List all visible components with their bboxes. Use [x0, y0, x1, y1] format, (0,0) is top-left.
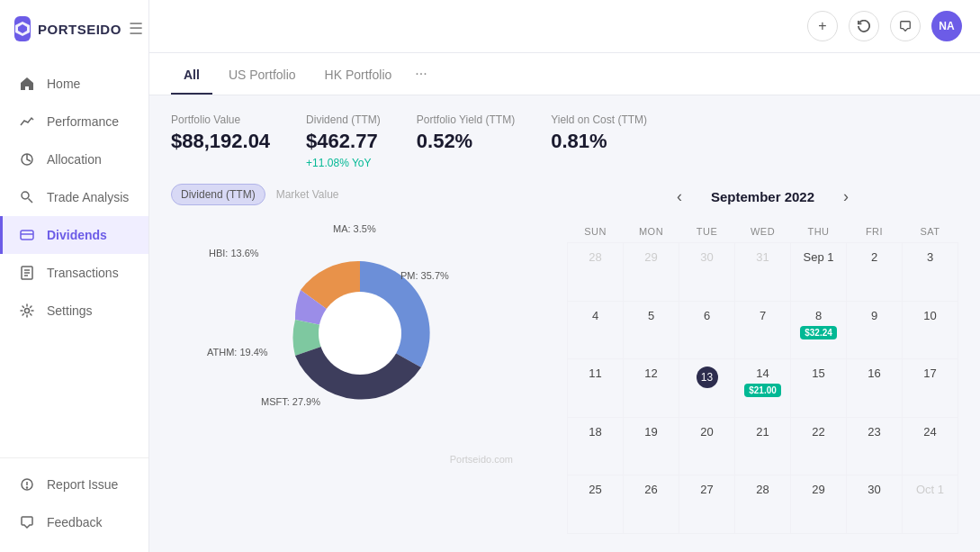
calendar-cell[interactable]: 16	[847, 359, 903, 418]
refresh-button[interactable]	[849, 11, 879, 41]
hamburger-icon[interactable]: ☰	[129, 19, 143, 39]
calendar-weekday-row: SUN MON TUE WED THU FRI SAT	[568, 221, 958, 243]
calendar-cell[interactable]: 29	[791, 475, 847, 534]
allocation-icon	[18, 150, 36, 168]
calendar-cell[interactable]: 28	[568, 243, 624, 302]
calendar-cell[interactable]: 7	[735, 301, 791, 359]
calendar-day-number: 15	[795, 366, 842, 380]
metric-portfolio-value: Portfolio Value $88,192.04	[171, 113, 270, 169]
calendar-cell[interactable]: 14$21.00	[735, 359, 791, 418]
calendar-day-number: Sep 1	[795, 250, 842, 264]
weekday-sun: SUN	[568, 221, 624, 243]
calendar-cell[interactable]: 21	[735, 417, 791, 475]
calendar-cell[interactable]: 8$32.24	[791, 301, 847, 359]
sidebar-item-allocation[interactable]: Allocation	[0, 140, 148, 178]
calendar-day-number: 16	[850, 366, 898, 380]
donut-label-athm: ATHM: 19.4%	[207, 347, 268, 357]
calendar-cell[interactable]: 26	[624, 475, 679, 534]
calendar-cell[interactable]: 13	[679, 359, 735, 418]
sidebar-label-allocation: Allocation	[47, 152, 102, 167]
calendar-day-number: 23	[850, 425, 898, 439]
sidebar-item-home[interactable]: Home	[0, 65, 148, 103]
calendar-cell[interactable]: 23	[847, 417, 903, 475]
svg-point-14	[27, 487, 28, 488]
calendar-cell[interactable]: 6	[679, 301, 735, 359]
calendar-cell[interactable]: 30	[679, 243, 735, 302]
calendar-cell[interactable]: 29	[624, 243, 679, 302]
calendar-month-label: September 2022	[711, 189, 814, 204]
sidebar-item-settings[interactable]: Settings	[0, 292, 148, 330]
calendar-cell[interactable]: 28	[735, 475, 791, 534]
main-content: + NA All US Portfolio HK Portfolio ··· P…	[149, 0, 980, 552]
sidebar-item-report-issue[interactable]: Report Issue	[0, 466, 148, 503]
dividend-badge: $21.00	[744, 384, 781, 397]
calendar-day-number: 19	[627, 425, 675, 439]
calendar-day-number: 31	[739, 250, 787, 264]
sidebar-label-settings: Settings	[47, 303, 93, 318]
calendar-cell[interactable]: 22	[791, 417, 847, 475]
calendar-cell[interactable]: 31	[735, 243, 791, 302]
calendar-cell[interactable]: 10	[903, 301, 958, 359]
calendar-cell[interactable]: 25	[568, 475, 624, 534]
weekday-tue: TUE	[679, 221, 735, 243]
calendar-table: SUN MON TUE WED THU FRI SAT 28293031Sep …	[567, 221, 958, 534]
calendar-cell[interactable]: 20	[679, 417, 735, 475]
calendar-cell[interactable]: 9	[847, 301, 903, 359]
sidebar-label-dividends: Dividends	[47, 228, 107, 242]
sidebar-bottom: Report Issue Feedback	[0, 457, 148, 552]
donut-label-ma: MA: 3.5%	[333, 223, 376, 234]
calendar-cell[interactable]: 17	[903, 359, 958, 418]
calendar-cell[interactable]: Oct 1	[903, 475, 958, 534]
avatar[interactable]: NA	[931, 11, 962, 41]
tab-all[interactable]: All	[171, 55, 212, 95]
calendar-section: ‹ September 2022 › SUN MON TUE WED THU F…	[567, 184, 958, 534]
chat-button[interactable]	[890, 11, 921, 41]
calendar-cell[interactable]: 5	[624, 301, 679, 359]
calendar-cell[interactable]: Sep 1	[791, 243, 847, 302]
calendar-next-button[interactable]: ›	[836, 184, 856, 210]
calendar-row-0: 28293031Sep 123	[568, 243, 958, 302]
calendar-cell[interactable]: 18	[568, 417, 624, 475]
tabs-bar: All US Portfolio HK Portfolio ···	[149, 53, 980, 95]
calendar-header: ‹ September 2022 ›	[567, 184, 958, 210]
calendar-day-number: 4	[571, 309, 619, 322]
calendar-day-number: 10	[906, 309, 954, 322]
calendar-day-number: 29	[627, 250, 675, 264]
header: + NA	[149, 0, 980, 53]
calendar-cell[interactable]: 24	[903, 417, 958, 475]
sidebar-item-performance[interactable]: Performance	[0, 103, 148, 140]
svg-line-4	[29, 199, 33, 204]
sidebar-item-transactions[interactable]: Transactions	[0, 254, 148, 292]
sidebar-item-dividends[interactable]: Dividends	[0, 216, 148, 254]
weekday-thu: THU	[791, 221, 847, 243]
calendar-cell[interactable]: 11	[568, 359, 624, 418]
calendar-day-number: 14	[739, 366, 787, 380]
svg-rect-5	[21, 231, 33, 240]
tab-hk-portfolio[interactable]: HK Portfolio	[312, 55, 405, 95]
calendar-day-number: 17	[906, 366, 954, 380]
calendar-cell[interactable]: 4	[568, 301, 624, 359]
performance-icon	[18, 113, 36, 131]
calendar-cell[interactable]: 12	[624, 359, 679, 418]
calendar-cell[interactable]: 2	[847, 243, 903, 302]
calendar-row-4: 252627282930Oct 1	[568, 475, 958, 534]
sidebar-label-report: Report Issue	[47, 477, 118, 492]
tab-more[interactable]: ···	[408, 53, 434, 95]
logo-icon	[14, 16, 31, 41]
calendar-cell[interactable]: 27	[679, 475, 735, 534]
calendar-cell[interactable]: 3	[903, 243, 958, 302]
calendar-cell[interactable]: 19	[624, 417, 679, 475]
calendar-prev-button[interactable]: ‹	[670, 184, 689, 210]
legend-dividend-btn[interactable]: Dividend (TTM)	[171, 184, 265, 205]
tab-us-portfolio[interactable]: US Portfolio	[216, 55, 309, 95]
calendar-cell[interactable]: 30	[847, 475, 903, 534]
sidebar-item-feedback[interactable]: Feedback	[0, 503, 148, 541]
donut-chart: MA: 3.5% HBI: 13.6% PM: 35.7% ATHM: 19.4…	[207, 216, 513, 450]
sidebar-item-trade-analysis[interactable]: Trade Analysis	[0, 178, 148, 216]
add-button[interactable]: +	[807, 11, 838, 41]
calendar-cell[interactable]: 15	[791, 359, 847, 418]
calendar-day-number: 27	[683, 483, 731, 496]
settings-icon	[18, 302, 36, 320]
sidebar-label-home: Home	[47, 77, 80, 91]
calendar-day-number: 8	[795, 309, 842, 322]
